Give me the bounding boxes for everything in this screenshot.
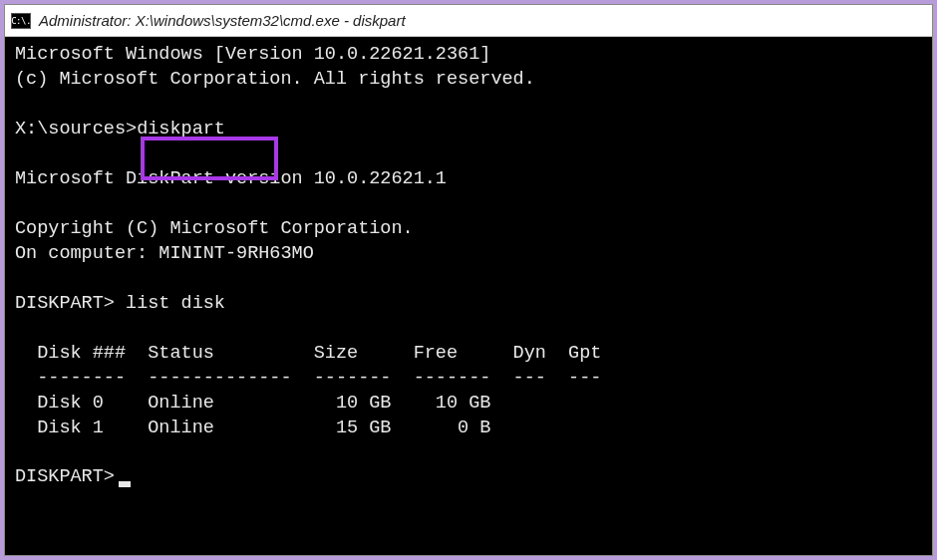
diskpart-copyright: Copyright (C) Microsoft Corporation.: [15, 218, 414, 239]
table-header: Disk ### Status Size Free Dyn Gpt: [15, 343, 601, 364]
titlebar[interactable]: C:\. Administrator: X:\windows\system32\…: [5, 5, 932, 37]
command-list-disk: list disk: [126, 293, 225, 314]
diskpart-prompt-active: DISKPART>: [15, 466, 115, 487]
copyright-line: (c) Microsoft Corporation. All rights re…: [15, 69, 535, 90]
cmd-window: C:\. Administrator: X:\windows\system32\…: [4, 4, 933, 556]
command-diskpart: diskpart: [137, 119, 225, 140]
window-title: Administrator: X:\windows\system32\cmd.e…: [39, 12, 406, 29]
cursor-icon: [119, 481, 131, 487]
cmd-icon: C:\.: [11, 13, 31, 29]
table-divider: -------- ------------- ------- ------- -…: [15, 368, 601, 389]
diskpart-version: Microsoft DiskPart version 10.0.22621.1: [15, 168, 447, 189]
version-line: Microsoft Windows [Version 10.0.22621.23…: [15, 44, 490, 65]
table-row: Disk 0 Online 10 GB 10 GB: [15, 393, 490, 414]
computer-name: On computer: MININT-9RH63MO: [15, 243, 314, 264]
terminal-output[interactable]: Microsoft Windows [Version 10.0.22621.23…: [5, 37, 932, 555]
table-row: Disk 1 Online 15 GB 0 B: [15, 418, 490, 438]
diskpart-prompt: DISKPART>: [15, 293, 115, 314]
prompt-path: X:\sources>: [15, 119, 137, 140]
